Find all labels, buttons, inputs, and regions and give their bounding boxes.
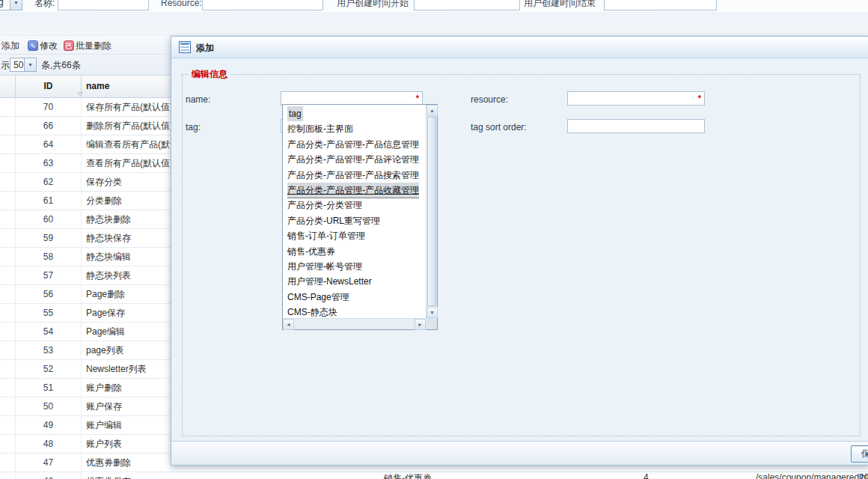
row-name-cell: Page编辑	[82, 323, 125, 341]
row-name-cell: Page删除	[82, 285, 125, 303]
row46-tag-cell: 销售-优惠券	[384, 472, 432, 479]
scroll-up-icon[interactable]: ▲	[427, 105, 438, 116]
row-name-cell: 账户保存	[82, 397, 122, 415]
batch-delete-icon[interactable]: 己	[64, 40, 74, 51]
dropdown-item[interactable]: 产品分类-产品管理-产品评论管理	[284, 152, 424, 167]
scroll-left-icon[interactable]: ◄	[283, 319, 294, 330]
dropdown-item[interactable]: 产品分类-产品管理-产品搜索管理	[284, 168, 424, 183]
row-checkbox-cell[interactable]	[0, 210, 16, 228]
row-checkbox-cell[interactable]	[0, 472, 16, 479]
tag-filter-combo[interactable]: tag ▼	[0, 0, 22, 10]
row-checkbox-cell[interactable]	[0, 435, 16, 453]
header-id-cell[interactable]: ID ▽	[16, 76, 82, 97]
dropdown-item[interactable]: CMS-静态块	[284, 305, 424, 317]
row-id-cell: 70	[16, 98, 82, 116]
row-checkbox-cell[interactable]	[0, 135, 16, 153]
created-end-input[interactable]	[604, 0, 717, 10]
row-name-cell: 静态块列表	[82, 266, 131, 284]
add-button[interactable]: 添加	[1, 40, 19, 52]
name-field-label: name:	[186, 94, 210, 105]
row-checkbox-cell[interactable]	[0, 192, 16, 210]
row46-resource-cell: /sales/coupon/managereditsave	[756, 472, 868, 479]
row-checkbox-cell[interactable]	[0, 397, 16, 415]
row-id-cell: 52	[16, 360, 82, 378]
tag-sort-field-input[interactable]	[567, 119, 705, 133]
page-size-value: 50	[13, 60, 23, 70]
dropdown-item[interactable]: CMS-Page管理	[284, 290, 424, 305]
name-filter-label: 名称:	[34, 0, 55, 9]
pager-total-text: 条,共66条	[41, 59, 81, 72]
page-size-combo[interactable]: 50 ▼	[10, 58, 37, 72]
dropdown-item[interactable]: 产品分类-URL重写管理	[284, 213, 424, 228]
row-name-cell: 分类删除	[82, 192, 122, 210]
edit-icon[interactable]: ✎	[28, 40, 38, 51]
row-checkbox-cell[interactable]	[0, 248, 16, 266]
row-checkbox-cell[interactable]	[0, 173, 16, 191]
row-checkbox-cell[interactable]	[0, 154, 16, 172]
row-checkbox-cell[interactable]	[0, 379, 16, 397]
app-screen: tag ▼ 名称: Resource: 用户创建时间开始 用户创建时间结束 添加…	[0, 0, 868, 479]
tag-sort-field-label: tag sort order:	[471, 122, 527, 132]
header-name-cell[interactable]: name	[82, 76, 109, 97]
resource-field-input[interactable]	[567, 91, 705, 106]
dropdown-item[interactable]: 销售-订单-订单管理	[284, 228, 424, 243]
header-checkbox-cell[interactable]	[0, 76, 16, 97]
dropdown-item[interactable]: 用户管理-NewsLetter	[284, 274, 424, 289]
row-id-cell: 63	[16, 154, 82, 172]
row-checkbox-cell[interactable]	[0, 416, 16, 434]
dropdown-item[interactable]: 产品分类-产品管理-产品收藏管理	[284, 183, 424, 198]
row-checkbox-cell[interactable]	[0, 98, 16, 116]
row-name-cell: 保存分类	[82, 173, 122, 191]
save-button[interactable]: 保存	[851, 445, 868, 463]
dropdown-item[interactable]: 产品分类-分类管理	[284, 198, 424, 213]
dropdown-items: tag 控制面板-主界面 产品分类-产品管理-产品信息管理 产品分类-产品管理-…	[284, 106, 424, 317]
dropdown-item[interactable]: 控制面板-主界面	[284, 121, 424, 136]
row-id-cell: 51	[16, 379, 82, 397]
row-name-cell: 查看所有产品(默认值)	[82, 154, 173, 172]
vertical-scrollbar[interactable]: ▲ ▼	[426, 105, 437, 318]
row-checkbox-cell[interactable]	[0, 323, 16, 341]
row-checkbox-cell[interactable]	[0, 360, 16, 378]
resource-filter-label: Resource:	[161, 0, 202, 9]
scroll-down-icon[interactable]: ▼	[427, 307, 438, 318]
dropdown-item[interactable]: tag	[284, 106, 424, 121]
dropdown-item[interactable]: 产品分类-产品管理-产品信息管理	[284, 137, 424, 152]
row-name-cell: Newsletter列表	[82, 360, 147, 378]
row-checkbox-cell[interactable]	[0, 341, 16, 359]
row-id-cell: 57	[16, 266, 82, 284]
row-id-cell: 60	[16, 210, 82, 228]
row-id-cell: 53	[16, 341, 82, 359]
batch-delete-button[interactable]: 批量删除	[76, 40, 111, 52]
row-checkbox-cell[interactable]	[0, 266, 16, 284]
row-checkbox-cell[interactable]	[0, 229, 16, 247]
row-checkbox-cell[interactable]	[0, 285, 16, 303]
name-filter-input[interactable]	[58, 0, 149, 10]
dropdown-item[interactable]: 销售-优惠券	[284, 244, 424, 259]
fieldset-legend: 编辑信息	[189, 68, 230, 81]
dialog-footer: 保存	[171, 441, 868, 466]
dropdown-item[interactable]: 用户管理-帐号管理	[284, 259, 424, 274]
resource-field-wrap: *	[567, 91, 705, 106]
row-id-cell: 46	[16, 472, 82, 479]
row-name-cell: 保存所有产品(默认值)	[82, 98, 173, 116]
chevron-down-icon[interactable]: ▼	[10, 0, 22, 10]
row-checkbox-cell[interactable]	[0, 117, 16, 135]
horizontal-scrollbar[interactable]: ◄ ►	[283, 318, 426, 329]
edit-button[interactable]: 修改	[40, 40, 58, 52]
chevron-down-icon[interactable]: ▼	[24, 58, 36, 71]
row-name-cell: page列表	[82, 341, 124, 359]
row-checkbox-cell[interactable]	[0, 454, 16, 472]
scrollbar-thumb[interactable]	[427, 117, 436, 306]
required-asterisk: *	[698, 94, 701, 103]
row-id-cell: 64	[16, 135, 82, 153]
row-name-cell: 删除所有产品(默认值)	[82, 117, 173, 135]
created-start-input[interactable]	[414, 0, 520, 10]
resource-filter-input[interactable]	[202, 0, 323, 10]
dialog-header[interactable]: 添加	[171, 37, 868, 58]
row-id-cell: 50	[16, 397, 82, 415]
table-row[interactable]: 46 优惠券保存	[0, 472, 868, 479]
row-checkbox-cell[interactable]	[0, 304, 16, 322]
required-asterisk: *	[416, 94, 419, 103]
scroll-right-icon[interactable]: ►	[415, 319, 426, 330]
created-end-label: 用户创建时间结束	[524, 0, 596, 9]
